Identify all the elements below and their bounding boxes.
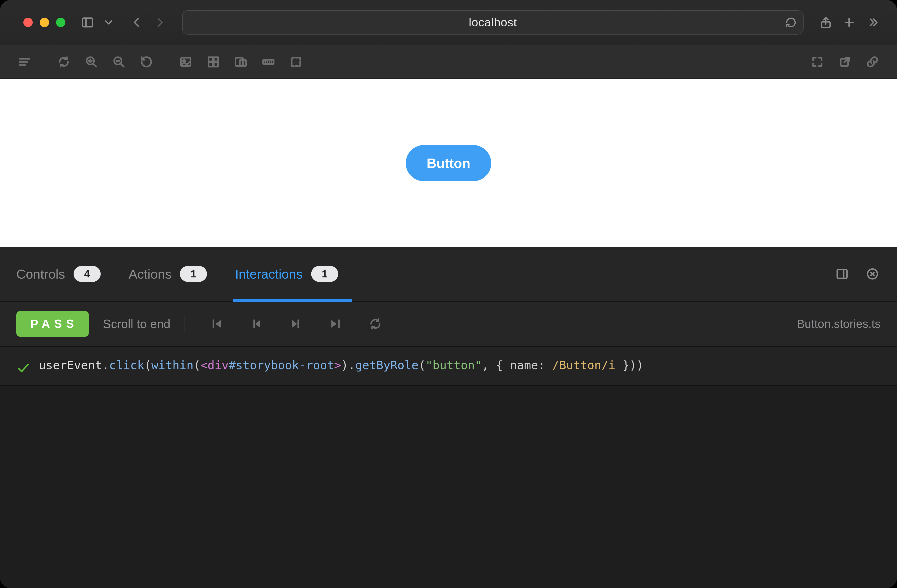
interaction-code: userEvent.click(within(<div#storybook-ro… bbox=[39, 356, 644, 374]
svg-rect-13 bbox=[292, 58, 300, 66]
separator bbox=[185, 316, 185, 332]
close-panel-icon[interactable] bbox=[864, 266, 881, 282]
tab-badge: 4 bbox=[73, 266, 101, 282]
open-external-icon[interactable] bbox=[837, 54, 853, 70]
grid-icon[interactable] bbox=[205, 54, 222, 70]
window-maximize-button[interactable] bbox=[56, 18, 66, 27]
separator bbox=[44, 53, 44, 70]
demo-button[interactable]: Button bbox=[406, 145, 491, 181]
step-back-icon[interactable] bbox=[248, 316, 265, 332]
browser-window: localhost bbox=[0, 0, 897, 588]
share-icon[interactable] bbox=[817, 14, 834, 31]
tab-controls[interactable]: Controls 4 bbox=[16, 247, 101, 301]
sidebar-toggle-icon[interactable] bbox=[80, 14, 96, 31]
svg-rect-9 bbox=[214, 63, 218, 67]
checkmark-icon bbox=[16, 361, 31, 376]
nav-back-icon[interactable] bbox=[129, 14, 145, 31]
svg-point-5 bbox=[183, 60, 185, 62]
traffic-lights bbox=[23, 18, 66, 27]
status-pass-badge: PASS bbox=[16, 311, 89, 337]
rerun-icon[interactable] bbox=[367, 316, 384, 332]
scroll-to-end-button[interactable]: Scroll to end bbox=[103, 317, 170, 331]
fullscreen-icon[interactable] bbox=[809, 54, 825, 70]
tab-interactions[interactable]: Interactions 1 bbox=[235, 247, 338, 301]
svg-rect-15 bbox=[837, 269, 847, 278]
storybook-canvas: Button bbox=[0, 79, 897, 247]
background-icon[interactable] bbox=[178, 54, 194, 70]
new-tab-icon[interactable] bbox=[841, 14, 857, 31]
tab-actions[interactable]: Actions 1 bbox=[129, 247, 207, 301]
tab-label: Actions bbox=[129, 266, 172, 282]
outline-icon[interactable] bbox=[288, 54, 304, 70]
titlebar: localhost bbox=[0, 0, 897, 45]
window-minimize-button[interactable] bbox=[40, 18, 49, 27]
addon-tab-bar: Controls 4 Actions 1 Interactions 1 bbox=[0, 247, 897, 302]
interactions-controls: PASS Scroll to end Button.stories.ts bbox=[0, 302, 897, 347]
address-text: localhost bbox=[469, 16, 517, 29]
nav-forward-icon[interactable] bbox=[152, 14, 168, 31]
svg-rect-7 bbox=[214, 57, 218, 61]
menu-icon[interactable] bbox=[16, 54, 33, 70]
interactions-log: userEvent.click(within(<div#storybook-ro… bbox=[0, 347, 897, 588]
svg-rect-8 bbox=[208, 63, 213, 67]
tab-groups-chevron-icon[interactable] bbox=[103, 14, 115, 31]
tab-label: Interactions bbox=[235, 266, 303, 282]
tab-label: Controls bbox=[16, 266, 65, 282]
svg-rect-6 bbox=[208, 57, 213, 61]
zoom-in-icon[interactable] bbox=[83, 54, 99, 70]
tab-badge: 1 bbox=[180, 266, 207, 282]
story-file-label: Button.stories.ts bbox=[797, 317, 881, 331]
zoom-out-icon[interactable] bbox=[111, 54, 127, 70]
tab-badge: 1 bbox=[311, 266, 338, 282]
go-to-end-icon[interactable] bbox=[328, 316, 344, 332]
go-to-start-icon[interactable] bbox=[208, 316, 225, 332]
address-bar[interactable]: localhost bbox=[182, 10, 804, 35]
remount-icon[interactable] bbox=[56, 54, 72, 70]
step-forward-icon[interactable] bbox=[288, 316, 304, 332]
tab-overflow-icon[interactable] bbox=[864, 14, 881, 31]
interaction-step[interactable]: userEvent.click(within(<div#storybook-ro… bbox=[0, 347, 897, 386]
copy-link-icon[interactable] bbox=[864, 54, 881, 70]
panel-position-icon[interactable] bbox=[834, 266, 850, 282]
separator bbox=[166, 53, 166, 70]
storybook-toolbar bbox=[0, 45, 897, 79]
window-close-button[interactable] bbox=[23, 18, 33, 27]
svg-rect-0 bbox=[83, 18, 92, 27]
zoom-reset-icon[interactable] bbox=[138, 54, 155, 70]
reload-icon[interactable] bbox=[785, 17, 796, 28]
viewport-icon[interactable] bbox=[233, 54, 249, 70]
ruler-icon[interactable] bbox=[260, 54, 277, 70]
